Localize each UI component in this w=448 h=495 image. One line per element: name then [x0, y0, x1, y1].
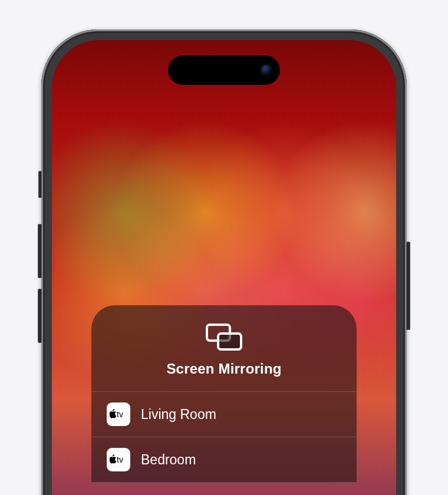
phone-frame: Screen Mirroring tv Living Room	[41, 29, 407, 495]
volume-up-button[interactable]	[38, 224, 42, 278]
svg-rect-1	[218, 334, 241, 349]
popup-header: Screen Mirroring	[91, 323, 357, 391]
volume-down-button[interactable]	[38, 289, 42, 343]
front-camera-icon	[260, 64, 273, 77]
apple-tv-icon: tv	[107, 448, 130, 471]
silent-switch[interactable]	[38, 171, 42, 198]
power-button[interactable]	[406, 242, 410, 330]
phone-screen: Screen Mirroring tv Living Room	[52, 40, 396, 495]
svg-text:tv: tv	[117, 455, 123, 464]
screen-mirroring-popup: Screen Mirroring tv Living Room	[91, 305, 357, 483]
device-item-bedroom[interactable]: tv Bedroom	[91, 437, 357, 483]
dynamic-island	[168, 55, 280, 85]
device-label: Living Room	[141, 407, 216, 423]
apple-tv-icon: tv	[107, 402, 130, 426]
popup-title: Screen Mirroring	[166, 361, 281, 377]
device-list: tv Living Room tv Bedroom	[91, 391, 357, 483]
device-item-living-room[interactable]: tv Living Room	[91, 391, 357, 437]
screen-mirroring-icon	[205, 323, 243, 351]
svg-text:tv: tv	[117, 410, 123, 419]
device-label: Bedroom	[141, 452, 196, 468]
